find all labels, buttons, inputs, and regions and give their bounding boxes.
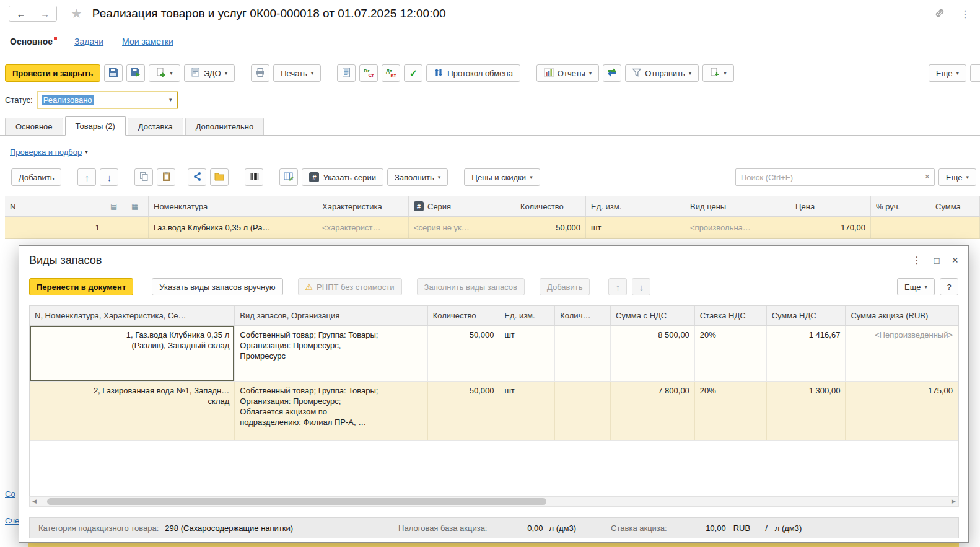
post-and-close-button[interactable]: Провести и закрыть [5, 64, 100, 82]
barcode-scan-button[interactable] [245, 168, 263, 186]
search-input[interactable] [735, 168, 935, 186]
send-dropdown[interactable]: Отправить ▾ [625, 64, 699, 82]
cell-vat-sum[interactable]: 1 416,67 [767, 326, 846, 381]
background-link-2[interactable]: Сче [5, 516, 19, 525]
document-register-button[interactable] [337, 64, 356, 82]
favorite-star-icon[interactable]: ★ [71, 6, 82, 21]
save-button[interactable] [104, 64, 123, 82]
scroll-left-icon[interactable]: ◀ [32, 498, 37, 504]
nav-main[interactable]: Основное [10, 37, 56, 46]
cell-unit[interactable]: шт [499, 326, 555, 381]
dialog-maximize-icon[interactable]: □ [934, 255, 939, 266]
cell-qty[interactable]: 50,000 [515, 217, 586, 238]
cell-vat-sum[interactable]: 1 300,00 [767, 382, 846, 440]
col-vat-rate[interactable]: Ставка НДС [695, 306, 767, 325]
nav-notes-link[interactable]: Мои заметки [122, 37, 173, 46]
dialog-move-up-button[interactable]: ↑ [608, 278, 627, 295]
kebab-menu-icon[interactable]: ⋮ [960, 8, 970, 20]
set-stock-types-manually-button[interactable]: Указать виды запасов вручную [152, 278, 282, 295]
prices-discounts-dropdown[interactable]: Цены и скидки ▾ [464, 168, 540, 186]
paste-row-button[interactable] [157, 168, 175, 186]
get-link-icon[interactable] [934, 7, 945, 20]
print-quick-button[interactable] [251, 64, 269, 82]
cell-excise[interactable]: <Непроизведенный> [846, 326, 958, 381]
check-and-selection-link[interactable]: Проверка и подбор [10, 147, 82, 157]
forward-button[interactable]: → [33, 6, 56, 21]
col-stock-type[interactable]: Вид запасов, Организация [235, 306, 427, 325]
rnpt-without-cost-button[interactable]: ⚠ РНПТ без стоимости [298, 278, 402, 295]
col-excise[interactable]: Сумма акциза (RUB) [846, 306, 958, 325]
nav-tasks-link[interactable]: Задачи [74, 37, 103, 46]
back-button[interactable]: ← [9, 6, 33, 21]
cell-sum-vat[interactable]: 8 500,00 [611, 326, 695, 381]
tab-delivery[interactable]: Доставка [128, 118, 183, 135]
dr-cr-button[interactable]: DrCr [359, 64, 378, 82]
cell-item[interactable]: 2, Газированная вода №1, Западн… склад [30, 382, 235, 440]
cell-manual[interactable] [871, 217, 930, 238]
print-dropdown[interactable]: Печать ▾ [273, 64, 321, 82]
edo-dropdown[interactable]: ЭДО ▾ [184, 64, 235, 82]
col-flag2[interactable]: ▦ [126, 196, 149, 216]
col-series[interactable]: # Серия [409, 196, 515, 216]
status-combobox[interactable]: Реализовано ▾ [38, 92, 178, 108]
save-and-post-button[interactable] [126, 64, 145, 82]
cell-vat-rate[interactable]: 20% [695, 382, 767, 440]
cell-sum-vat[interactable]: 7 800,00 [611, 382, 695, 440]
cell-n[interactable]: 1 [5, 217, 105, 238]
col-n[interactable]: N [5, 196, 105, 216]
split-row-button[interactable] [188, 168, 206, 186]
cell-qty2[interactable] [555, 382, 611, 440]
search-clear-icon[interactable]: × [925, 172, 930, 182]
exchange-protocol-button[interactable]: Протокол обмена [426, 64, 520, 82]
horizontal-scrollbar[interactable]: ◀ ▶ [29, 496, 959, 507]
cell-price[interactable]: 170,00 [790, 217, 871, 238]
col-qty[interactable]: Количество [515, 196, 586, 216]
scrollbar-thumb[interactable] [47, 498, 546, 505]
stock-row-1[interactable]: 1, Газ.вода Клубника 0,35 л (Разлив), За… [30, 326, 958, 382]
cell-item[interactable]: 1, Газ.вода Клубника 0,35 л (Разлив), За… [30, 326, 235, 381]
cell-qty[interactable]: 50,000 [428, 382, 500, 440]
clipped-edge-button[interactable] [970, 64, 980, 82]
background-link-1[interactable]: Со [5, 489, 15, 499]
cell-unit[interactable]: шт [499, 382, 555, 440]
reports-dropdown[interactable]: Отчеты ▾ [536, 64, 599, 82]
cell-price-type[interactable]: <произвольна… [685, 217, 790, 238]
col-unit[interactable]: Ед. изм. [586, 196, 685, 216]
tab-extra[interactable]: Дополнительно [185, 118, 265, 135]
fill-dropdown[interactable]: Заполнить ▾ [387, 168, 448, 186]
col-item[interactable]: N, Номенклатура, Характеристика, Се… [30, 306, 235, 325]
table-settings-button[interactable] [279, 168, 298, 186]
dt-kt-button[interactable]: ДтКт [382, 64, 400, 82]
check-document-button[interactable]: ✓ [404, 64, 422, 82]
move-up-button[interactable]: ↑ [77, 168, 96, 186]
stock-row-2[interactable]: 2, Газированная вода №1, Западн… склад С… [30, 382, 958, 441]
post-document-dropdown[interactable]: ▾ [149, 64, 180, 82]
create-based-on-dropdown[interactable]: ▾ [702, 64, 734, 82]
cell-series[interactable]: <серия не ук… [409, 217, 515, 238]
add-row-button[interactable]: Добавить [11, 168, 61, 186]
col-characteristic[interactable]: Характеристика [317, 196, 409, 216]
col-flag1[interactable]: ▤ [105, 196, 126, 216]
dialog-more-dropdown[interactable]: Еще ▾ [897, 278, 935, 295]
open-catalog-button[interactable] [210, 168, 229, 186]
cell-flag1[interactable] [105, 217, 126, 238]
dialog-move-down-button[interactable]: ↓ [632, 278, 650, 295]
col-qty[interactable]: Количество [428, 306, 500, 325]
col-unit[interactable]: Ед. изм. [499, 306, 555, 325]
goods-more-dropdown[interactable]: Еще ▾ [938, 168, 976, 186]
cell-unit[interactable]: шт [586, 217, 685, 238]
cell-stock-type[interactable]: Собственный товар; Группа: Товары; Орган… [235, 326, 427, 381]
dialog-add-button[interactable]: Добавить [540, 278, 590, 295]
scroll-right-icon[interactable]: ▶ [952, 498, 956, 504]
cell-stock-type[interactable]: Собственный товар; Группа: Товары; Орган… [235, 382, 427, 440]
col-vat-sum[interactable]: Сумма НДС [767, 306, 846, 325]
cell-nomenclature[interactable]: Газ.вода Клубника 0,35 л (Ра… [149, 217, 317, 238]
copy-row-button[interactable] [134, 168, 153, 186]
fill-stock-types-button[interactable]: Заполнить виды запасов [417, 278, 525, 295]
cell-qty[interactable]: 50,000 [428, 326, 500, 381]
col-price-type[interactable]: Вид цены [685, 196, 790, 216]
cell-characteristic[interactable]: <характерист… [317, 217, 409, 238]
status-dropdown-button[interactable]: ▾ [164, 92, 177, 108]
col-nomenclature[interactable]: Номенклатура [149, 196, 317, 216]
cell-vat-rate[interactable]: 20% [695, 326, 767, 381]
